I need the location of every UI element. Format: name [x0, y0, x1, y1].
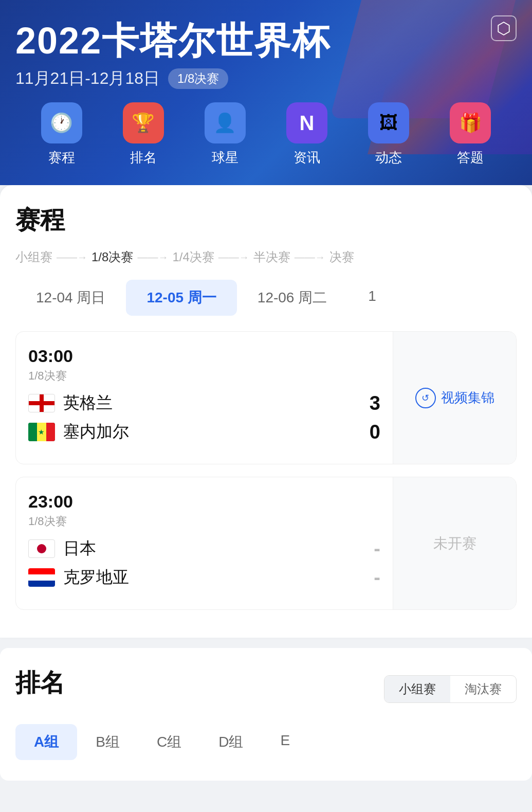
nav-label-quiz: 答题 [457, 149, 484, 167]
match-stage-1: 1/8决赛 [28, 368, 380, 384]
stage-arrow-1: ——→ [57, 251, 87, 263]
senegal-yellow: ★ [37, 423, 46, 441]
croatia-blue [28, 581, 55, 587]
date-tab-1204[interactable]: 12-04 周日 [15, 280, 126, 316]
match-right-1: ↺ 视频集锦 [393, 332, 516, 464]
match-left-2: 23:00 1/8决赛 日本 - 克罗地亚 - [16, 477, 393, 609]
ranking-icon: 🏆 [123, 102, 164, 143]
quiz-icon: 🎁 [450, 102, 491, 143]
flag-england [28, 394, 55, 412]
stage-arrow-3: ——→ [218, 251, 249, 263]
team-score-england: 3 [370, 392, 380, 414]
ranking-section: 排名 小组赛 淘汰赛 A组 B组 C组 D组 E [0, 648, 532, 781]
match-left-1: 03:00 1/8决赛 英格兰 3 ★ [16, 332, 393, 464]
japan-circle [37, 544, 46, 553]
players-icon: 👤 [205, 102, 246, 143]
nav-item-ranking[interactable]: 🏆 排名 [123, 102, 164, 167]
nav-label-news: 资讯 [293, 149, 320, 167]
stage-badge: 1/8决赛 [168, 68, 228, 89]
news-icon: N [286, 102, 327, 143]
nav-item-quiz[interactable]: 🎁 答题 [450, 102, 491, 167]
flag-croatia [28, 568, 55, 587]
flag-senegal: ★ [28, 423, 55, 441]
nav-bar: 🕐 赛程 🏆 排名 👤 球星 N 资讯 🖼 动态 🎁 答题 [15, 90, 517, 175]
stage-tab-sf[interactable]: 半决赛 [253, 249, 290, 265]
not-started-label: 未开赛 [433, 534, 476, 553]
date-tab-1205[interactable]: 12-05 周一 [126, 280, 236, 316]
croatia-white [28, 574, 55, 581]
senegal-green [28, 423, 37, 441]
schedule-section: 赛程 小组赛 ——→ 1/8决赛 ——→ 1/4决赛 ——→ 半决赛 ——→ 决… [0, 185, 532, 638]
nav-item-players[interactable]: 👤 球星 [205, 102, 246, 167]
group-tabs: A组 B组 C组 D组 E [15, 724, 517, 760]
nav-label-dynamic: 动态 [375, 149, 402, 167]
team-row-england: 英格兰 3 [28, 392, 380, 414]
stage-tabs: 小组赛 ——→ 1/8决赛 ——→ 1/4决赛 ——→ 半决赛 ——→ 决赛 [15, 249, 517, 265]
main-content: 赛程 小组赛 ——→ 1/8决赛 ——→ 1/4决赛 ——→ 半决赛 ——→ 决… [0, 185, 532, 781]
nav-label-players: 球星 [212, 149, 239, 167]
team-row-senegal: ★ 塞内加尔 0 [28, 421, 380, 443]
group-tab-d[interactable]: D组 [200, 724, 262, 760]
header-subtitle-row: 11月21日-12月18日 1/8决赛 [15, 67, 517, 90]
schedule-title: 赛程 [15, 204, 517, 237]
header: ⬡ 2022卡塔尔世界杯 11月21日-12月18日 1/8决赛 🕐 赛程 🏆 … [0, 0, 532, 185]
nav-label-ranking: 排名 [130, 149, 157, 167]
nav-item-schedule[interactable]: 🕐 赛程 [41, 102, 82, 167]
event-dates: 11月21日-12月18日 [15, 67, 160, 90]
match-card-1: 03:00 1/8决赛 英格兰 3 ★ [15, 331, 517, 464]
ranking-title: 排名 [15, 666, 65, 699]
video-play-icon: ↺ [415, 388, 436, 408]
senegal-star: ★ [38, 428, 45, 436]
external-link-icon[interactable]: ⬡ [491, 15, 517, 41]
match-time-2: 23:00 [28, 492, 380, 512]
schedule-icon: 🕐 [41, 102, 82, 143]
stage-tab-r16[interactable]: 1/8决赛 [91, 249, 133, 265]
team-score-japan: - [374, 538, 380, 560]
team-name-japan: 日本 [63, 537, 365, 560]
toggle-group-stage[interactable]: 小组赛 [384, 676, 450, 702]
group-tab-a[interactable]: A组 [15, 724, 77, 760]
team-name-senegal: 塞内加尔 [63, 421, 361, 443]
stage-tab-final[interactable]: 决赛 [329, 249, 354, 265]
match-time-1: 03:00 [28, 346, 380, 366]
match-stage-2: 1/8决赛 [28, 514, 380, 529]
dynamic-icon: 🖼 [368, 102, 409, 143]
group-tab-c[interactable]: C组 [138, 724, 200, 760]
match-card-2: 23:00 1/8决赛 日本 - 克罗地亚 - [15, 477, 517, 610]
senegal-red [46, 423, 55, 441]
team-row-japan: 日本 - [28, 537, 380, 560]
stage-arrow-2: ——→ [137, 251, 168, 263]
nav-label-schedule: 赛程 [48, 149, 75, 167]
senegal-stripes: ★ [28, 423, 55, 441]
date-tab-1206[interactable]: 12-06 周二 [237, 280, 347, 316]
croatia-red [28, 568, 55, 574]
team-row-croatia: 克罗地亚 - [28, 566, 380, 589]
page-title: 2022卡塔尔世界杯 [15, 21, 517, 61]
group-tab-e[interactable]: E [262, 724, 308, 760]
ranking-toggle: 小组赛 淘汰赛 [384, 675, 517, 703]
date-tab-next[interactable]: 1 [347, 280, 397, 316]
video-label: 视频集锦 [441, 389, 494, 407]
team-name-england: 英格兰 [63, 392, 361, 414]
date-tabs: 12-04 周日 12-05 周一 12-06 周二 1 [15, 280, 517, 316]
team-score-senegal: 0 [370, 421, 380, 443]
nav-item-dynamic[interactable]: 🖼 动态 [368, 102, 409, 167]
stage-arrow-4: ——→ [295, 251, 325, 263]
toggle-knockout[interactable]: 淘汰赛 [450, 676, 516, 702]
nav-item-news[interactable]: N 资讯 [286, 102, 327, 167]
stage-tab-qf[interactable]: 1/4决赛 [172, 249, 214, 265]
team-score-croatia: - [374, 567, 380, 589]
ranking-header: 排名 小组赛 淘汰赛 [15, 666, 517, 712]
group-tab-b[interactable]: B组 [77, 724, 138, 760]
team-name-croatia: 克罗地亚 [63, 566, 365, 589]
stage-tab-group[interactable]: 小组赛 [15, 249, 52, 265]
match-right-2: 未开赛 [393, 477, 516, 609]
video-highlight-btn[interactable]: ↺ 视频集锦 [415, 388, 494, 408]
flag-japan [28, 539, 55, 558]
